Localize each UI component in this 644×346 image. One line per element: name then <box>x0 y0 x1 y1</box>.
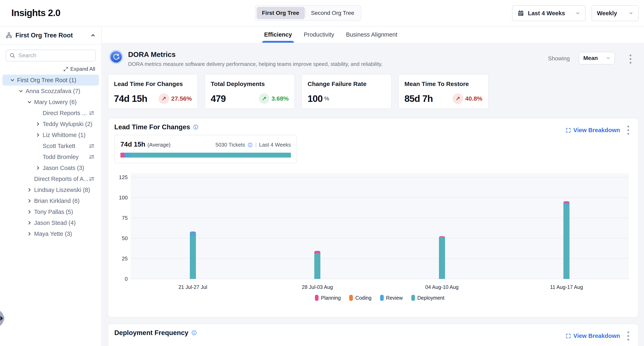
chevron-right-icon[interactable] <box>27 209 34 215</box>
summary-phase-bar <box>120 153 291 157</box>
legend-item-planning[interactable]: Planning <box>315 295 341 301</box>
sidebar: First Org Tree Root Expand All First Org… <box>0 27 102 346</box>
filter-sliders-icon[interactable] <box>89 143 95 149</box>
tree-item-liz-whittome-1[interactable]: Liz Whittome (1) <box>2 129 99 140</box>
summary-qualifier: (Average) <box>148 142 170 148</box>
metric-card-value: 85d 7h <box>404 93 433 104</box>
sidebar-root-title: First Org Tree Root <box>16 32 87 39</box>
org-tree-toggle: First Org Tree Second Org Tree <box>255 5 361 21</box>
granularity-select[interactable]: Weekly <box>592 5 639 21</box>
bar-segment-deployment <box>564 205 570 279</box>
info-icon[interactable] <box>191 330 197 336</box>
chevron-down-icon[interactable] <box>10 77 17 83</box>
chevron-down-icon[interactable] <box>27 99 34 105</box>
expand-all-button[interactable]: Expand All <box>63 66 95 72</box>
tree-item-teddy-wylupski-2[interactable]: Teddy Wylupski (2) <box>2 118 99 129</box>
legend-swatch <box>380 295 384 301</box>
tree-item-label: Anna Scozzafava (7) <box>26 88 80 95</box>
filter-sliders-icon[interactable] <box>89 176 95 182</box>
bar-segment-review <box>190 232 196 236</box>
summary-range: Last 4 Weeks <box>259 142 291 148</box>
toggle-first-org-tree[interactable]: First Org Tree <box>257 7 304 19</box>
tree-item-brian-kirkland-6[interactable]: Brian Kirkland (6) <box>2 195 99 206</box>
metric-card-change-failure-rate: Change Failure Rate100% <box>302 74 392 109</box>
info-icon[interactable] <box>248 142 253 148</box>
bar-04-aug-10-aug[interactable] <box>439 236 445 279</box>
org-tree-icon <box>6 32 12 39</box>
chevron-right-icon[interactable] <box>27 231 34 236</box>
chevron-right-icon[interactable] <box>35 121 43 127</box>
tree-item-label: Jason Stead (4) <box>34 220 76 226</box>
tree-item-anna-scozzafava-7[interactable]: Anna Scozzafava (7) <box>2 86 99 97</box>
chevron-right-icon[interactable] <box>35 132 43 138</box>
x-axis-label: 04 Aug-10 Aug <box>425 284 459 290</box>
sidebar-header: First Org Tree Root <box>0 27 101 45</box>
deployment-frequency-kebab-icon[interactable] <box>625 329 631 342</box>
bar-segment-deployment <box>190 236 196 279</box>
grid-line <box>130 279 629 279</box>
summary-bar-segment-deployment <box>130 153 291 157</box>
tree-item-label: Teddy Wylupski (2) <box>43 121 92 127</box>
tree-item-tony-pallas-5[interactable]: Tony Pallas (5) <box>2 206 99 217</box>
view-breakdown-button[interactable]: View Breakdown <box>566 332 620 339</box>
toggle-second-org-tree[interactable]: Second Org Tree <box>306 7 360 19</box>
bar-11-aug-17-aug[interactable] <box>564 201 570 279</box>
tree-item-first-org-tree-root-1[interactable]: First Org Tree Root (1) <box>2 75 99 86</box>
tree-item-direct-reports-of-a[interactable]: Direct Reports of A... <box>2 174 99 184</box>
tree-item-jason-coats-3[interactable]: Jason Coats (3) <box>2 162 99 174</box>
tree-item-maya-yette-3[interactable]: Maya Yette (3) <box>2 228 99 239</box>
chart-legend: PlanningCodingReviewDeployment <box>130 295 629 301</box>
dora-metrics-icon <box>109 50 123 64</box>
expand-corners-icon <box>566 128 571 133</box>
tab-strip: Efficiency Productivity Business Alignme… <box>102 27 644 43</box>
summary-bar-segment-review <box>124 153 130 157</box>
tree-item-scott-tarkett[interactable]: Scott Tarkett <box>2 140 99 151</box>
tree-item-label: Lindsay Liszewski (8) <box>34 187 90 193</box>
tree-item-label: Jason Coats (3) <box>43 165 84 171</box>
bar-segment-review <box>564 203 570 205</box>
view-breakdown-label: View Breakdown <box>573 127 620 133</box>
grid-line <box>130 177 629 178</box>
top-bar: Insights 2.0 First Org Tree Second Org T… <box>0 0 644 27</box>
bar-21-jul-27-jul[interactable] <box>190 232 196 279</box>
legend-item-review[interactable]: Review <box>380 295 403 301</box>
tab-efficiency[interactable]: Efficiency <box>264 27 292 43</box>
y-axis-label: 0 <box>108 276 128 282</box>
view-breakdown-button[interactable]: View Breakdown <box>566 127 620 133</box>
filter-sliders-icon[interactable] <box>89 154 95 160</box>
info-icon[interactable] <box>193 124 198 130</box>
trend-delta-value: 3.68% <box>272 95 289 102</box>
dora-section-title: DORA Metrics <box>128 50 382 59</box>
expand-all-label: Expand All <box>70 66 95 72</box>
lead-time-kebab-icon[interactable] <box>625 124 631 137</box>
showing-label: Showing <box>548 55 570 62</box>
dora-menu-kebab-icon[interactable] <box>628 52 634 66</box>
tree-item-mary-lowery-6[interactable]: Mary Lowery (6) <box>2 97 99 108</box>
tree-item-jason-stead-4[interactable]: Jason Stead (4) <box>2 217 99 228</box>
metric-card-lead-time-for-changes: Lead Time For Changes74d 15h↗27.56% <box>108 74 198 109</box>
grid-line <box>130 218 629 218</box>
tree-item-label: First Org Tree Root (1) <box>17 77 76 84</box>
legend-swatch <box>411 295 415 301</box>
tree-item-todd-bromley[interactable]: Todd Bromley <box>2 151 99 162</box>
chevron-down-icon[interactable] <box>18 88 26 94</box>
filter-sliders-icon[interactable] <box>89 110 95 116</box>
tree-item-direct-reports[interactable]: Direct Reports ... <box>2 108 99 118</box>
legend-item-coding[interactable]: Coding <box>349 295 371 301</box>
chevron-right-icon[interactable] <box>35 165 43 170</box>
date-range-select[interactable]: Last 4 Weeks <box>512 5 586 21</box>
chevron-right-icon[interactable] <box>27 187 34 193</box>
y-axis-label: 100 <box>108 195 128 201</box>
sidebar-search[interactable] <box>6 50 96 61</box>
tab-business-alignment[interactable]: Business Alignment <box>346 27 397 43</box>
chevron-right-icon[interactable] <box>27 198 34 204</box>
legend-item-deployment[interactable]: Deployment <box>411 295 444 301</box>
bar-28-jul-03-aug[interactable] <box>314 251 320 279</box>
showing-mode-select[interactable]: Mean <box>579 52 615 64</box>
tree-item-lindsay-liszewski-8[interactable]: Lindsay Liszewski (8) <box>2 184 99 195</box>
search-input[interactable] <box>18 52 92 59</box>
collapse-panel-icon[interactable] <box>90 33 96 38</box>
tab-productivity[interactable]: Productivity <box>304 27 334 43</box>
chevron-right-icon[interactable] <box>27 220 34 225</box>
lead-time-chart: 0255075100125 <box>130 173 629 279</box>
